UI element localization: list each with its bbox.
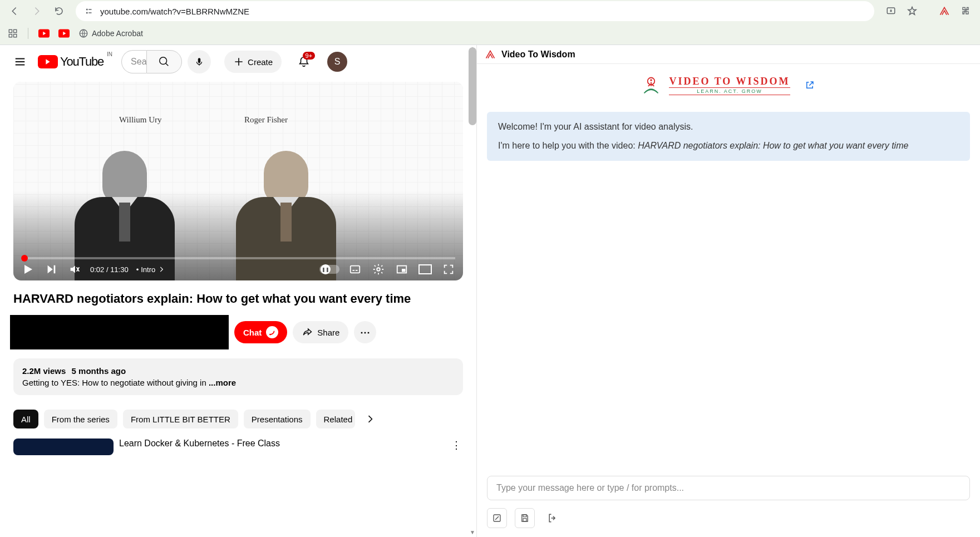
svg-point-15 — [377, 268, 380, 271]
extension-wisdom-icon[interactable] — [935, 2, 953, 20]
svg-rect-8 — [14, 35, 17, 37]
time-display: 0:02 / 11:30 — [90, 265, 129, 274]
video-age: 5 months ago — [72, 366, 126, 376]
chip-presentations[interactable]: Presentations — [244, 410, 311, 428]
more-actions-button[interactable]: ⋯ — [354, 321, 376, 343]
recommendation-menu[interactable]: ⋮ — [450, 439, 463, 452]
channel-info-redacted[interactable] — [10, 315, 229, 349]
video-frame: Willium Ury Roger Fisher — [13, 82, 463, 280]
youtube-logo-text: YouTube — [60, 55, 104, 69]
message-placeholder: Type your message here or type / for pro… — [496, 483, 684, 493]
video-title: HARVARD negotiators explain: How to get … — [13, 292, 463, 306]
wisdom-tree-icon — [641, 75, 661, 95]
recommendation-thumbnail[interactable] — [13, 439, 114, 455]
message-input[interactable]: Type your message here or type / for pro… — [487, 476, 970, 500]
install-app-icon[interactable] — [882, 2, 900, 20]
video-annotation-2: Roger Fisher — [244, 115, 288, 125]
youtube-logo[interactable]: YouTube IN — [38, 55, 104, 69]
next-button[interactable] — [43, 262, 59, 277]
chip-channel[interactable]: From LITTLE BIT BETTER — [123, 410, 238, 428]
extension-hero: VIDEO TO WISDOM LEARN. ACT. GROW — [477, 64, 980, 103]
welcome-line-1: Welcome! I'm your AI assistant for video… — [498, 122, 959, 132]
browser-toolbar: youtube.com/watch?v=BLBRRNwMZNE — [0, 0, 980, 22]
bookmark-youtube-1[interactable] — [38, 29, 50, 38]
mute-button[interactable] — [67, 262, 82, 277]
create-button[interactable]: Create — [224, 51, 282, 73]
description-box[interactable]: 2.2M views 5 months ago Getting to YES: … — [13, 358, 463, 395]
chips-scroll-right[interactable] — [361, 410, 380, 428]
description-text: Getting to YES: How to negotiate without… — [22, 378, 209, 387]
search-button[interactable] — [146, 50, 182, 73]
nav-reload-button[interactable] — [50, 2, 68, 20]
welcome-line-2-prefix: I'm here to help you with the video: — [498, 141, 638, 150]
video-annotation-1: Willium Ury — [119, 115, 161, 125]
chip-related[interactable]: Related — [316, 410, 355, 428]
share-button[interactable]: Share — [293, 321, 348, 343]
video-player[interactable]: Willium Ury Roger Fisher 0:02 / 11:30 • … — [13, 82, 463, 280]
bookmark-star-icon[interactable] — [903, 2, 921, 20]
search-input[interactable]: Search — [121, 50, 146, 73]
play-button[interactable] — [20, 262, 36, 277]
extension-logo-icon — [485, 49, 496, 60]
svg-point-21 — [651, 79, 653, 81]
svg-point-12 — [160, 57, 167, 65]
settings-button[interactable] — [371, 262, 386, 277]
video-meta-row: Chat Share ⋯ — [10, 315, 463, 349]
scrollbar-thumb[interactable] — [469, 47, 476, 125]
notifications-button[interactable]: 9+ — [293, 51, 315, 73]
bookmark-divider — [28, 28, 28, 39]
site-info-icon[interactable] — [83, 6, 95, 17]
apps-grid-icon[interactable] — [8, 28, 18, 38]
footer-action-1[interactable] — [487, 508, 507, 528]
theater-button[interactable] — [417, 262, 433, 277]
chevron-right-icon — [157, 265, 165, 273]
bookmark-adobe[interactable]: Adobe Acrobat — [78, 28, 143, 38]
footer-exit-button[interactable] — [543, 508, 563, 528]
account-avatar[interactable]: S — [327, 52, 347, 72]
menu-hamburger-icon[interactable] — [9, 51, 31, 73]
svg-rect-13 — [198, 58, 201, 63]
chat-button[interactable]: Chat — [234, 321, 287, 343]
nav-back-button[interactable] — [6, 2, 23, 20]
footer-save-button[interactable] — [515, 508, 535, 528]
fullscreen-button[interactable] — [441, 262, 456, 277]
youtube-country-code: IN — [107, 51, 112, 57]
url-text: youtube.com/watch?v=BLBRRNwMZNE — [100, 7, 249, 16]
miniplayer-button[interactable] — [394, 262, 410, 277]
bookmark-adobe-label: Adobe Acrobat — [92, 29, 143, 38]
share-label: Share — [317, 328, 339, 337]
nav-forward-button[interactable] — [28, 2, 46, 20]
scroll-down-arrow[interactable]: ▼ — [469, 529, 476, 537]
bookmark-youtube-2[interactable] — [58, 29, 70, 38]
notification-badge: 9+ — [303, 52, 316, 60]
recommendation-title: Learn Docker & Kubernetes - Free Class — [119, 439, 444, 449]
svg-rect-18 — [419, 265, 431, 274]
voice-search-button[interactable] — [188, 50, 211, 73]
youtube-header: YouTube IN Search Create 9+ — [0, 45, 476, 78]
chat-label: Chat — [243, 328, 262, 337]
avatar-letter: S — [334, 57, 341, 67]
recommendation-row[interactable]: Learn Docker & Kubernetes - Free Class ⋮ — [13, 439, 463, 455]
url-bar[interactable]: youtube.com/watch?v=BLBRRNwMZNE — [76, 1, 874, 21]
chip-all[interactable]: All — [13, 410, 38, 428]
autoplay-toggle[interactable] — [319, 265, 339, 274]
chapter-link[interactable]: • Intro — [136, 265, 166, 274]
bookmarks-bar: Adobe Acrobat — [0, 22, 980, 45]
show-more-button[interactable]: ...more — [209, 378, 236, 387]
welcome-message: Welcome! I'm your AI assistant for video… — [487, 112, 970, 161]
popout-icon[interactable] — [804, 79, 816, 91]
youtube-pane: ▲ ▼ YouTube IN Search — [0, 45, 477, 537]
extension-sidepanel: Video To Wisdom VIDEO TO WISDOM LEARN. A… — [477, 45, 980, 537]
view-count: 2.2M views — [22, 366, 66, 376]
extensions-puzzle-icon[interactable] — [957, 2, 974, 20]
svg-rect-14 — [351, 266, 360, 273]
svg-rect-23 — [523, 515, 526, 517]
chip-series[interactable]: From the series — [44, 410, 117, 428]
hero-main-text: VIDEO TO WISDOM — [669, 76, 790, 87]
svg-rect-1 — [88, 9, 91, 10]
create-label: Create — [248, 57, 273, 67]
svg-rect-5 — [9, 29, 12, 32]
captions-button[interactable] — [347, 262, 363, 277]
svg-point-2 — [86, 12, 88, 14]
svg-point-0 — [86, 9, 88, 11]
